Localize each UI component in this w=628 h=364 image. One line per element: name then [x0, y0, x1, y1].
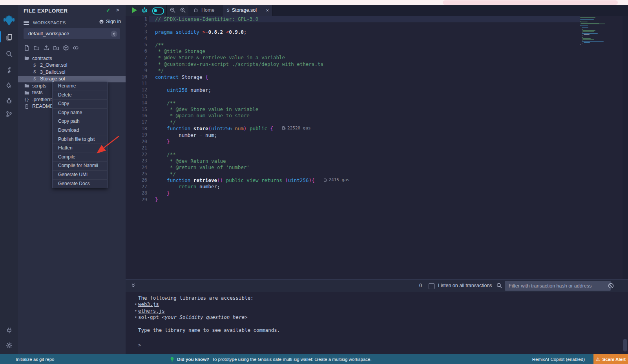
- code-line-26[interactable]: 26 function retrieve() public view retur…: [126, 177, 581, 183]
- context-menu-item-copy-name[interactable]: Copy name: [53, 109, 107, 118]
- workspace-select[interactable]: default_workspace: [24, 28, 120, 39]
- run-script-button[interactable]: [132, 7, 137, 13]
- debugger-icon[interactable]: [0, 93, 18, 108]
- warning-icon: ⚠: [596, 357, 600, 362]
- terminal-scrollbar-thumb[interactable]: [623, 339, 627, 351]
- code-line-14[interactable]: 14 /**: [126, 100, 581, 106]
- code-line-19[interactable]: 19 number = num;: [126, 132, 581, 138]
- line-number: 12: [126, 87, 147, 93]
- tab-storage-sol[interactable]: S Storage.sol ×: [223, 5, 273, 16]
- expand-terminal-icon[interactable]: [130, 282, 136, 288]
- code-line-28[interactable]: 28 }: [126, 190, 581, 196]
- tree-item-label: Storage.sol: [40, 76, 65, 82]
- code-line-2[interactable]: 2: [126, 22, 581, 28]
- terminal-link[interactable]: ethers.js: [138, 308, 165, 314]
- file-explorer-icon[interactable]: [0, 29, 18, 44]
- search-icon[interactable]: [0, 46, 18, 61]
- upload-file-icon[interactable]: [43, 45, 49, 51]
- upload-folder-icon[interactable]: [53, 45, 59, 51]
- code-line-1[interactable]: 1// SPDX-License-Identifier: GPL-3.0: [126, 16, 581, 22]
- plugin-manager-icon[interactable]: [0, 323, 18, 338]
- editor-scrollbar-track[interactable]: [623, 16, 628, 279]
- git-icon[interactable]: [0, 107, 18, 122]
- code-line-6[interactable]: 6 * @title Storage: [126, 48, 581, 54]
- code-line-18[interactable]: 18 function store(uint256 num) public {2…: [126, 126, 581, 132]
- code-text: return number;: [155, 184, 220, 189]
- code-line-16[interactable]: 16 * @param num value to store: [126, 113, 581, 119]
- code-line-7[interactable]: 7 * @dev Store & retrieve value in a var…: [126, 55, 581, 61]
- context-menu-item-generate-docs[interactable]: Generate Docs: [53, 180, 107, 188]
- chevron-right-icon[interactable]: >: [116, 7, 119, 13]
- gas-pump-icon: [282, 126, 286, 130]
- code-line-25[interactable]: 25 */: [126, 171, 581, 177]
- code-line-24[interactable]: 24 * @return value of 'number': [126, 164, 581, 170]
- code-line-8[interactable]: 8 * @custom:dev-run-script ./scripts/dep…: [126, 61, 581, 67]
- new-folder-icon[interactable]: [33, 45, 40, 51]
- context-menu-item-compile-for-nahmii[interactable]: Compile for Nahmii: [53, 162, 107, 171]
- context-menu-item-delete[interactable]: Delete: [53, 91, 107, 100]
- workspaces-label: WORKSPACES: [33, 20, 66, 25]
- ai-robot-icon[interactable]: [141, 7, 148, 14]
- code-text: * @return value of 'number': [155, 164, 250, 170]
- zoom-out-icon[interactable]: [170, 7, 176, 13]
- context-menu-item-compile[interactable]: Compile: [53, 153, 107, 162]
- code-editor[interactable]: 1// SPDX-License-Identifier: GPL-3.023pr…: [126, 16, 628, 279]
- listen-checkbox[interactable]: [429, 283, 434, 289]
- context-menu-item-generate-uml[interactable]: Generate UML: [53, 171, 107, 180]
- tab-home[interactable]: Home: [188, 5, 228, 16]
- code-line-13[interactable]: 13: [126, 93, 581, 99]
- line-number: 3: [126, 29, 147, 35]
- panel-title: FILE EXPLORER: [24, 8, 68, 14]
- deploy-run-icon[interactable]: [0, 78, 18, 93]
- tree-item-3-ballot-sol[interactable]: S3_Ballot.sol: [18, 69, 126, 76]
- tree-item-2-owner-sol[interactable]: S2_Owner.sol: [18, 62, 126, 69]
- code-line-17[interactable]: 17 */: [126, 119, 581, 125]
- terminal-link[interactable]: web3.js: [138, 301, 159, 307]
- ipfs-cube-icon[interactable]: [63, 45, 69, 51]
- solidity-compiler-icon[interactable]: [0, 62, 18, 77]
- new-file-icon[interactable]: [24, 45, 30, 51]
- close-icon[interactable]: ×: [266, 7, 269, 13]
- context-menu-item-flatten[interactable]: Flatten: [53, 144, 107, 153]
- import-link-icon[interactable]: [73, 45, 79, 51]
- context-menu-item-rename[interactable]: Rename: [53, 82, 107, 91]
- code-line-10[interactable]: 10contract Storage {: [126, 74, 581, 80]
- code-line-5[interactable]: 5/**: [126, 42, 581, 48]
- context-menu-item-copy-path[interactable]: Copy path: [53, 117, 107, 126]
- copilot-status[interactable]: RemixAI Copilot (enabled): [532, 357, 585, 362]
- code-line-20[interactable]: 20 }: [126, 138, 581, 145]
- line-number: 9: [126, 68, 147, 73]
- tree-item-contracts[interactable]: contracts: [18, 55, 126, 62]
- code-line-9[interactable]: 9 */: [126, 67, 581, 74]
- copilot-toggle[interactable]: [152, 7, 164, 15]
- code-line-15[interactable]: 15 * @dev Store value in variable: [126, 106, 581, 112]
- clear-terminal-icon[interactable]: [608, 282, 614, 289]
- tree-item-label: 3_Ballot.sol: [40, 69, 66, 75]
- code-line-4[interactable]: 4: [126, 35, 581, 41]
- code-line-12[interactable]: 12 uint256 number;: [126, 87, 581, 93]
- sign-in-button[interactable]: Sign in: [99, 19, 121, 24]
- code-line-3[interactable]: 3pragma solidity >=0.8.2 <0.9.0;: [126, 29, 581, 35]
- line-number: 7: [126, 55, 147, 60]
- hamburger-icon[interactable]: [24, 20, 29, 25]
- search-icon[interactable]: [496, 282, 502, 289]
- code-line-21[interactable]: 21: [126, 145, 581, 151]
- scam-alert-button[interactable]: ⚠ Scam Alert: [593, 354, 628, 364]
- code-text: function retrieve() public view returns …: [155, 177, 349, 183]
- terminal-prompt[interactable]: >: [138, 342, 141, 348]
- zoom-in-icon[interactable]: [180, 7, 186, 13]
- code-line-22[interactable]: 22 /**: [126, 151, 581, 157]
- context-menu-item-download[interactable]: Download: [53, 126, 107, 135]
- remix-ide-window: FILE EXPLORER ✓ > WORKSPACES Sign in def…: [0, 0, 628, 364]
- code-line-29[interactable]: 29}: [126, 197, 581, 203]
- caret-updown-icon[interactable]: [111, 31, 117, 37]
- settings-icon[interactable]: [0, 338, 18, 353]
- context-menu-item-publish-file-to-gist[interactable]: Publish file to gist: [53, 135, 107, 144]
- code-line-11[interactable]: 11: [126, 80, 581, 87]
- context-menu-item-copy[interactable]: Copy: [53, 100, 107, 109]
- line-number: 1: [126, 16, 147, 22]
- terminal-output[interactable]: The following libraries are accessible:•…: [126, 292, 628, 354]
- transaction-filter-input[interactable]: [505, 281, 611, 291]
- code-line-27[interactable]: 27 return number;: [126, 184, 581, 190]
- code-line-23[interactable]: 23 * @dev Return value: [126, 158, 581, 164]
